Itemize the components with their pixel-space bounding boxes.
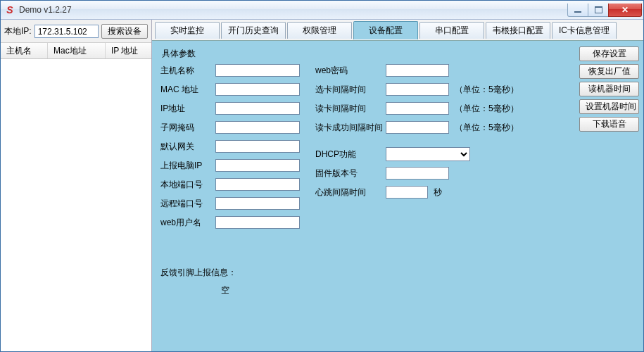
field-label: 子网掩码	[160, 122, 215, 134]
form-col-left: 主机名称MAC 地址IP地址子网掩码默认网关上报电脑IP本地端口号远程端口号we…	[160, 63, 300, 230]
tab-3[interactable]: 设备配置	[353, 21, 418, 39]
search-devices-button[interactable]: 搜索设备	[101, 24, 148, 39]
local-ip-input[interactable]	[34, 25, 99, 38]
close-button[interactable]: ✕	[608, 4, 642, 17]
field-row: 远程端口号	[160, 196, 300, 211]
app-icon: S	[5, 5, 15, 15]
field-row: web用户名	[160, 215, 300, 230]
tab-2[interactable]: 权限管理	[287, 22, 352, 39]
tab-6[interactable]: IC卡信息管理	[552, 22, 617, 39]
field-label: MAC 地址	[160, 84, 215, 96]
field-row: IP地址	[160, 101, 300, 116]
field-input[interactable]	[215, 159, 300, 172]
field-label: 上报电脑IP	[160, 160, 215, 172]
field-input[interactable]	[215, 121, 300, 134]
title-bar: S Demo v1.2.27 ✕	[1, 1, 643, 20]
left-toolbar: 本地IP: 搜索设备	[1, 20, 151, 42]
field-input[interactable]	[386, 186, 428, 199]
window-controls: ✕	[568, 4, 642, 16]
tab-0[interactable]: 实时监控	[155, 22, 220, 39]
app-title: Demo v1.2.27	[19, 5, 72, 15]
device-list[interactable]	[1, 59, 151, 351]
col-ip[interactable]: IP 地址	[106, 43, 151, 58]
maximize-button[interactable]	[588, 4, 609, 17]
field-input[interactable]	[386, 121, 449, 134]
field-row: MAC 地址	[160, 82, 300, 97]
side-button-3[interactable]: 设置机器时间	[579, 99, 639, 114]
field-label: web密码	[315, 65, 386, 77]
form-columns: 主机名称MAC 地址IP地址子网掩码默认网关上报电脑IP本地端口号远程端口号we…	[160, 63, 567, 230]
dhcp-select[interactable]	[386, 147, 470, 161]
close-icon: ✕	[621, 6, 629, 14]
field-row: DHCP功能	[315, 146, 519, 162]
field-row: 心跳间隔时间秒	[315, 184, 519, 200]
field-input[interactable]	[215, 83, 300, 96]
side-buttons: 保存设置恢复出厂值读机器时间设置机器时间下载语音	[575, 41, 643, 351]
tab-4[interactable]: 串口配置	[419, 22, 484, 39]
field-row: 本地端口号	[160, 177, 300, 192]
section-title: 具体参数	[162, 48, 567, 60]
field-row: 子网掩码	[160, 120, 300, 135]
field-input[interactable]	[215, 216, 300, 229]
feedback-label: 反馈引脚上报信息：	[160, 267, 567, 279]
col-hostname[interactable]: 主机名	[1, 43, 48, 58]
field-input[interactable]	[386, 102, 449, 115]
field-label: IP地址	[160, 103, 215, 115]
field-label: 默认网关	[160, 141, 215, 153]
field-input[interactable]	[215, 102, 300, 115]
field-row: 默认网关	[160, 139, 300, 154]
side-button-1[interactable]: 恢复出厂值	[579, 64, 639, 79]
field-label: DHCP功能	[315, 149, 386, 161]
tab-5[interactable]: 韦根接口配置	[486, 22, 550, 39]
app-body: 本地IP: 搜索设备 主机名 Mac地址 IP 地址 实时监控开门历史查询权限管…	[1, 20, 643, 351]
field-input[interactable]	[215, 178, 300, 191]
minimize-button[interactable]	[567, 4, 588, 17]
field-label: web用户名	[160, 217, 215, 229]
field-input[interactable]	[386, 167, 449, 180]
local-ip-label: 本地IP:	[4, 25, 32, 37]
field-input[interactable]	[215, 197, 300, 210]
field-unit: （单位：5毫秒）	[455, 84, 519, 96]
field-input[interactable]	[215, 64, 300, 77]
field-label: 固件版本号	[315, 168, 386, 180]
field-label: 主机名称	[160, 65, 215, 77]
tab-1[interactable]: 开门历史查询	[221, 22, 286, 39]
field-label: 读卡成功间隔时间	[315, 122, 386, 134]
app-window: S Demo v1.2.27 ✕ 本地IP: 搜索设备 主机名 Mac地址 IP…	[0, 0, 644, 352]
field-row: 主机名称	[160, 63, 300, 78]
field-unit: 秒	[434, 187, 442, 199]
side-button-2[interactable]: 读机器时间	[579, 82, 639, 96]
feedback-value: 空	[221, 284, 567, 296]
device-list-header: 主机名 Mac地址 IP 地址	[1, 42, 151, 59]
field-row: web密码	[315, 63, 519, 78]
feedback-section: 反馈引脚上报信息： 空	[160, 267, 567, 296]
tab-bar: 实时监控开门历史查询权限管理设备配置串口配置韦根接口配置IC卡信息管理	[152, 20, 643, 41]
field-label: 选卡间隔时间	[315, 84, 386, 96]
field-label: 本地端口号	[160, 179, 215, 191]
left-pane: 本地IP: 搜索设备 主机名 Mac地址 IP 地址	[1, 20, 152, 351]
field-row: 上报电脑IP	[160, 158, 300, 173]
field-input[interactable]	[386, 83, 449, 96]
field-label: 读卡间隔时间	[315, 103, 386, 115]
field-unit: （单位：5毫秒）	[455, 122, 519, 134]
field-input[interactable]	[386, 64, 449, 77]
col-mac[interactable]: Mac地址	[48, 43, 106, 58]
field-label: 远程端口号	[160, 198, 215, 210]
side-button-4[interactable]: 下载语音	[579, 117, 639, 132]
field-unit: （单位：5毫秒）	[455, 103, 519, 115]
right-pane: 实时监控开门历史查询权限管理设备配置串口配置韦根接口配置IC卡信息管理 具体参数…	[152, 20, 643, 351]
side-button-0[interactable]: 保存设置	[579, 46, 639, 61]
title-left: S Demo v1.2.27	[5, 5, 72, 15]
minimize-icon	[574, 11, 581, 13]
content-wrap: 具体参数 主机名称MAC 地址IP地址子网掩码默认网关上报电脑IP本地端口号远程…	[152, 41, 643, 351]
field-input[interactable]	[215, 140, 300, 153]
form-col-right: web密码选卡间隔时间（单位：5毫秒）读卡间隔时间（单位：5毫秒）读卡成功间隔时…	[315, 63, 519, 230]
field-row: 选卡间隔时间（单位：5毫秒）	[315, 82, 519, 97]
device-config-panel: 具体参数 主机名称MAC 地址IP地址子网掩码默认网关上报电脑IP本地端口号远程…	[152, 41, 575, 351]
field-row: 读卡成功间隔时间（单位：5毫秒）	[315, 120, 519, 135]
maximize-icon	[595, 6, 602, 13]
field-row: 固件版本号	[315, 165, 519, 181]
field-row: 读卡间隔时间（单位：5毫秒）	[315, 101, 519, 116]
field-label: 心跳间隔时间	[315, 187, 386, 199]
